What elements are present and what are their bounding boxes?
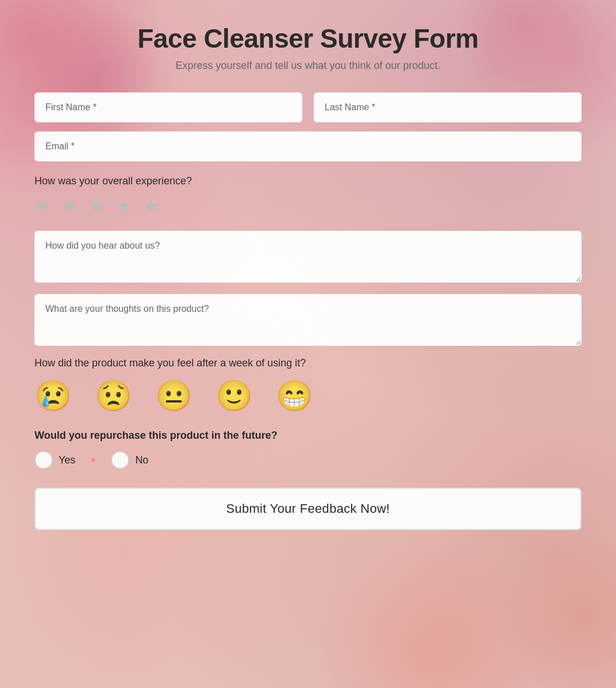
page-container: Face Cleanser Survey Form Express yourse… <box>0 0 616 565</box>
radio-yes-label: Yes <box>59 454 75 466</box>
thoughts-textarea[interactable] <box>34 294 582 346</box>
feel-label: How did the product make you feel after … <box>34 357 582 369</box>
radio-separator <box>91 458 95 462</box>
radio-no-label: No <box>135 454 148 466</box>
email-row <box>34 132 582 161</box>
radio-yes-option[interactable]: Yes <box>34 451 75 469</box>
star-2[interactable]: ★ <box>61 196 78 215</box>
star-5[interactable]: ★ <box>143 196 159 215</box>
survey-form: How was your overall experience? ★ ★ ★ ★… <box>34 92 582 530</box>
star-3[interactable]: ★ <box>88 196 105 215</box>
last-name-input[interactable] <box>314 92 582 122</box>
radio-yes-circle[interactable] <box>34 451 53 469</box>
emoji-very-happy[interactable]: 😁 <box>276 378 313 413</box>
star-1[interactable]: ★ <box>34 196 51 215</box>
email-input[interactable] <box>34 132 582 161</box>
emoji-happy[interactable]: 🙂 <box>215 378 253 413</box>
star-rating: ★ ★ ★ ★ ★ <box>34 196 582 215</box>
overall-experience-label: How was your overall experience? <box>34 175 582 187</box>
page-header: Face Cleanser Survey Form Express yourse… <box>34 23 582 72</box>
page-title: Face Cleanser Survey Form <box>34 23 582 54</box>
hear-about-us-textarea[interactable] <box>34 231 582 283</box>
repurchase-label: Would you repurchase this product in the… <box>34 430 582 442</box>
radio-no-option[interactable]: No <box>111 451 148 469</box>
star-4[interactable]: ★ <box>116 196 132 215</box>
radio-no-circle[interactable] <box>111 451 129 469</box>
emoji-very-sad[interactable]: 😢 <box>34 378 72 413</box>
repurchase-section: Would you repurchase this product in the… <box>34 430 582 469</box>
emoji-row: 😢 😟 😐 🙂 😁 <box>34 378 582 413</box>
radio-group: Yes No <box>34 451 582 469</box>
emoji-sad[interactable]: 😟 <box>95 378 132 413</box>
submit-button[interactable]: Submit Your Feedback Now! <box>34 488 582 530</box>
first-name-input[interactable] <box>34 92 302 122</box>
page-subtitle: Express yourself and tell us what you th… <box>34 60 582 72</box>
emoji-neutral[interactable]: 😐 <box>155 378 192 413</box>
feel-section: How did the product make you feel after … <box>34 357 582 413</box>
name-row <box>34 92 582 122</box>
